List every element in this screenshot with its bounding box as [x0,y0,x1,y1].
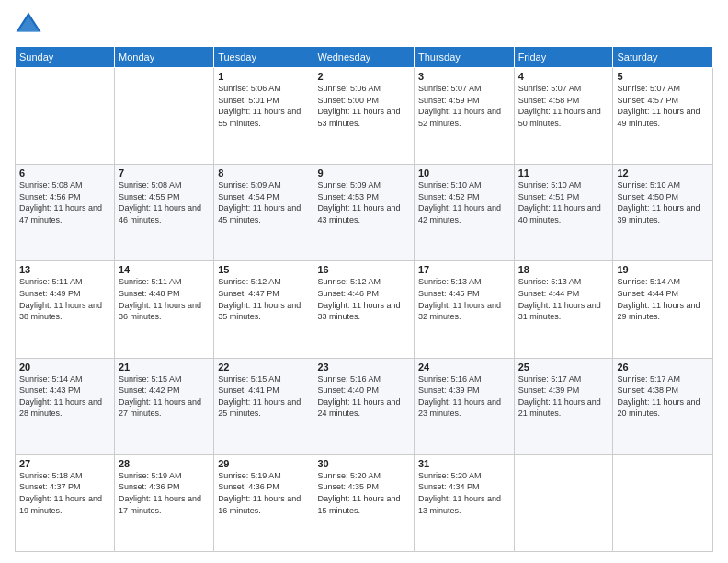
day-number: 13 [19,264,110,275]
calendar-cell: 18Sunrise: 5:13 AMSunset: 4:44 PMDayligh… [514,261,613,358]
day-info: Sunrise: 5:13 AMSunset: 4:44 PMDaylight:… [518,276,609,322]
calendar-cell: 21Sunrise: 5:15 AMSunset: 4:42 PMDayligh… [115,358,214,454]
calendar-cell [115,68,214,165]
calendar-cell: 6Sunrise: 5:08 AMSunset: 4:56 PMDaylight… [16,165,115,261]
weekday-header: Wednesday [313,47,415,68]
day-info: Sunrise: 5:12 AMSunset: 4:46 PMDaylight:… [317,276,410,322]
day-number: 6 [19,167,110,178]
day-number: 21 [119,362,210,373]
day-number: 24 [418,362,510,373]
day-number: 20 [19,362,110,373]
day-info: Sunrise: 5:11 AMSunset: 4:48 PMDaylight:… [119,276,210,322]
calendar-cell: 24Sunrise: 5:16 AMSunset: 4:39 PMDayligh… [414,358,514,454]
weekday-header: Friday [514,47,613,68]
day-info: Sunrise: 5:17 AMSunset: 4:38 PMDaylight:… [617,373,709,419]
day-number: 28 [119,458,210,469]
calendar-table: SundayMondayTuesdayWednesdayThursdayFrid… [15,46,713,552]
day-number: 17 [418,264,510,275]
day-info: Sunrise: 5:13 AMSunset: 4:45 PMDaylight:… [418,276,510,322]
calendar-week-row: 6Sunrise: 5:08 AMSunset: 4:56 PMDaylight… [16,165,713,261]
calendar-cell [613,454,713,551]
day-number: 2 [317,71,410,82]
page: SundayMondayTuesdayWednesdayThursdayFrid… [0,0,728,563]
day-info: Sunrise: 5:07 AMSunset: 4:57 PMDaylight:… [617,83,709,129]
day-number: 9 [317,167,410,178]
weekday-header: Saturday [613,47,713,68]
day-info: Sunrise: 5:16 AMSunset: 4:39 PMDaylight:… [418,373,510,419]
calendar-cell: 29Sunrise: 5:19 AMSunset: 4:36 PMDayligh… [214,454,313,551]
calendar-cell: 1Sunrise: 5:06 AMSunset: 5:01 PMDaylight… [214,68,313,165]
calendar-cell: 4Sunrise: 5:07 AMSunset: 4:58 PMDaylight… [514,68,613,165]
calendar-cell: 11Sunrise: 5:10 AMSunset: 4:51 PMDayligh… [514,165,613,261]
weekday-header: Tuesday [214,47,313,68]
calendar-cell: 12Sunrise: 5:10 AMSunset: 4:50 PMDayligh… [613,165,713,261]
weekday-header: Monday [115,47,214,68]
calendar-cell: 28Sunrise: 5:19 AMSunset: 4:36 PMDayligh… [115,454,214,551]
day-number: 25 [518,362,609,373]
day-number: 31 [418,458,510,469]
calendar-cell: 7Sunrise: 5:08 AMSunset: 4:55 PMDaylight… [115,165,214,261]
calendar-cell: 20Sunrise: 5:14 AMSunset: 4:43 PMDayligh… [16,358,115,454]
day-info: Sunrise: 5:07 AMSunset: 4:58 PMDaylight:… [518,83,609,129]
day-info: Sunrise: 5:09 AMSunset: 4:53 PMDaylight:… [317,179,410,225]
day-info: Sunrise: 5:08 AMSunset: 4:55 PMDaylight:… [119,179,210,225]
day-info: Sunrise: 5:15 AMSunset: 4:42 PMDaylight:… [119,373,210,419]
day-number: 27 [19,458,110,469]
day-number: 7 [119,167,210,178]
day-info: Sunrise: 5:14 AMSunset: 4:44 PMDaylight:… [617,276,709,322]
calendar-week-row: 1Sunrise: 5:06 AMSunset: 5:01 PMDaylight… [16,68,713,165]
calendar-cell [16,68,115,165]
day-number: 14 [119,264,210,275]
day-number: 26 [617,362,709,373]
day-number: 16 [317,264,410,275]
day-info: Sunrise: 5:17 AMSunset: 4:39 PMDaylight:… [518,373,609,419]
day-number: 5 [617,71,709,82]
calendar-cell: 3Sunrise: 5:07 AMSunset: 4:59 PMDaylight… [414,68,514,165]
day-number: 4 [518,71,609,82]
calendar-cell: 19Sunrise: 5:14 AMSunset: 4:44 PMDayligh… [613,261,713,358]
calendar-cell: 2Sunrise: 5:06 AMSunset: 5:00 PMDaylight… [313,68,415,165]
calendar-cell: 26Sunrise: 5:17 AMSunset: 4:38 PMDayligh… [613,358,713,454]
calendar-cell: 15Sunrise: 5:12 AMSunset: 4:47 PMDayligh… [214,261,313,358]
calendar-cell: 17Sunrise: 5:13 AMSunset: 4:45 PMDayligh… [414,261,514,358]
calendar-cell: 27Sunrise: 5:18 AMSunset: 4:37 PMDayligh… [16,454,115,551]
day-info: Sunrise: 5:19 AMSunset: 4:36 PMDaylight:… [218,470,309,516]
calendar-cell: 13Sunrise: 5:11 AMSunset: 4:49 PMDayligh… [16,261,115,358]
day-number: 30 [317,458,410,469]
calendar-cell: 25Sunrise: 5:17 AMSunset: 4:39 PMDayligh… [514,358,613,454]
calendar-week-row: 27Sunrise: 5:18 AMSunset: 4:37 PMDayligh… [16,454,713,551]
calendar-header-row: SundayMondayTuesdayWednesdayThursdayFrid… [16,47,713,68]
day-info: Sunrise: 5:20 AMSunset: 4:34 PMDaylight:… [418,470,510,516]
calendar-cell: 14Sunrise: 5:11 AMSunset: 4:48 PMDayligh… [115,261,214,358]
day-info: Sunrise: 5:10 AMSunset: 4:52 PMDaylight:… [418,179,510,225]
calendar-cell: 9Sunrise: 5:09 AMSunset: 4:53 PMDaylight… [313,165,415,261]
calendar-cell: 30Sunrise: 5:20 AMSunset: 4:35 PMDayligh… [313,454,415,551]
calendar-cell: 16Sunrise: 5:12 AMSunset: 4:46 PMDayligh… [313,261,415,358]
calendar-week-row: 13Sunrise: 5:11 AMSunset: 4:49 PMDayligh… [16,261,713,358]
calendar-week-row: 20Sunrise: 5:14 AMSunset: 4:43 PMDayligh… [16,358,713,454]
day-info: Sunrise: 5:10 AMSunset: 4:51 PMDaylight:… [518,179,609,225]
day-number: 18 [518,264,609,275]
calendar-cell: 5Sunrise: 5:07 AMSunset: 4:57 PMDaylight… [613,68,713,165]
day-info: Sunrise: 5:18 AMSunset: 4:37 PMDaylight:… [19,470,110,516]
day-info: Sunrise: 5:06 AMSunset: 5:01 PMDaylight:… [218,83,309,129]
day-info: Sunrise: 5:20 AMSunset: 4:35 PMDaylight:… [317,470,410,516]
day-info: Sunrise: 5:19 AMSunset: 4:36 PMDaylight:… [119,470,210,516]
day-number: 29 [218,458,309,469]
day-info: Sunrise: 5:12 AMSunset: 4:47 PMDaylight:… [218,276,309,322]
day-info: Sunrise: 5:08 AMSunset: 4:56 PMDaylight:… [19,179,110,225]
day-number: 19 [617,264,709,275]
calendar-cell: 10Sunrise: 5:10 AMSunset: 4:52 PMDayligh… [414,165,514,261]
day-info: Sunrise: 5:10 AMSunset: 4:50 PMDaylight:… [617,179,709,225]
day-number: 12 [617,167,709,178]
day-info: Sunrise: 5:07 AMSunset: 4:59 PMDaylight:… [418,83,510,129]
day-number: 8 [218,167,309,178]
calendar-cell [514,454,613,551]
weekday-header: Sunday [16,47,115,68]
day-number: 23 [317,362,410,373]
day-number: 3 [418,71,510,82]
calendar-cell: 23Sunrise: 5:16 AMSunset: 4:40 PMDayligh… [313,358,415,454]
logo [15,11,46,39]
day-info: Sunrise: 5:09 AMSunset: 4:54 PMDaylight:… [218,179,309,225]
day-info: Sunrise: 5:16 AMSunset: 4:40 PMDaylight:… [317,373,410,419]
